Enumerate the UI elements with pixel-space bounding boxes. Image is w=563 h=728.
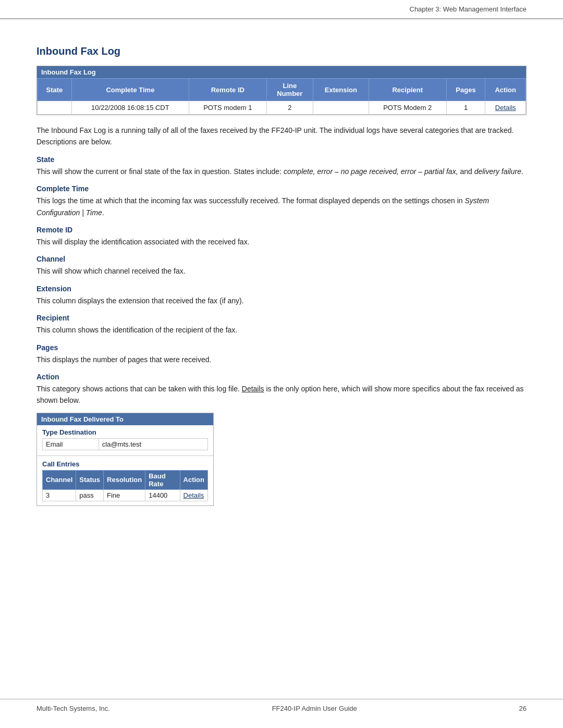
fax-log-header-row: State Complete Time Remote ID LineNumber… — [38, 79, 526, 101]
call-heading: Call Entries — [42, 460, 208, 468]
call-col-channel: Channel — [43, 470, 76, 489]
col-recipient: Recipient — [369, 79, 446, 101]
call-status: pass — [76, 489, 104, 501]
desc-extension: This column displays the extension that … — [36, 295, 527, 306]
cell-action[interactable]: Details — [485, 101, 526, 115]
page-footer: Multi-Tech Systems, Inc. FF240-IP Admin … — [0, 699, 563, 712]
call-col-resolution: Resolution — [104, 470, 145, 489]
heading-complete-time: Complete Time — [36, 184, 527, 193]
call-col-status: Status — [76, 470, 104, 489]
heading-recipient: Recipient — [36, 314, 527, 322]
cell-state — [38, 101, 72, 115]
heading-extension: Extension — [36, 285, 527, 293]
call-table: Channel Status Resolution Baud Rate Acti… — [42, 470, 208, 501]
col-state: State — [38, 79, 72, 101]
desc-pages: This displays the number of pages that w… — [36, 354, 527, 365]
call-resolution: Fine — [104, 489, 145, 501]
call-col-baud-rate: Baud Rate — [145, 470, 180, 489]
action-details-ref: Details — [242, 385, 264, 393]
call-details-link[interactable]: Details — [183, 491, 204, 499]
fax-log-table: State Complete Time Remote ID LineNumber… — [37, 78, 526, 115]
cell-pages: 1 — [446, 101, 485, 115]
cell-recipient: POTS Modem 2 — [369, 101, 446, 115]
desc-action: This category shows actions that can be … — [36, 383, 527, 406]
heading-action: Action — [36, 373, 527, 381]
desc-recipient: This column shows the identification of … — [36, 324, 527, 336]
intro-text: The Inbound Fax Log is a running tally o… — [36, 125, 527, 148]
call-baud-rate: 14400 — [145, 489, 180, 501]
heading-remote-id: Remote ID — [36, 226, 527, 234]
section-title: Inbound Fax Log — [36, 45, 527, 57]
call-channel: 3 — [43, 489, 76, 501]
dest-destination: cla@mts.test — [99, 438, 207, 450]
desc-channel: This will show which channel received th… — [36, 265, 527, 277]
fax-log-title-bar: Inbound Fax Log — [37, 66, 526, 78]
delivered-title-bar: Inbound Fax Delivered To — [37, 413, 213, 425]
chapter-label: Chapter 3: Web Management Interface — [410, 5, 527, 13]
call-action[interactable]: Details — [180, 489, 207, 501]
heading-state: State — [36, 155, 527, 164]
heading-channel: Channel — [36, 255, 527, 263]
delivered-dest-table: Email cla@mts.test — [42, 438, 208, 450]
cell-line-number: 2 — [266, 101, 313, 115]
table-row: 10/22/2008 16:08:15 CDT POTS modem 1 2 P… — [38, 101, 526, 115]
fax-log-container: Inbound Fax Log State Complete Time Remo… — [36, 66, 527, 115]
heading-pages: Pages — [36, 343, 527, 352]
desc-remote-id: This will display the identification ass… — [36, 236, 527, 248]
call-entries-section: Call Entries Channel Status Resolution B… — [37, 458, 213, 505]
desc-complete-time: This logs the time at which that the inc… — [36, 195, 527, 218]
col-remote-id: Remote ID — [189, 79, 266, 101]
call-col-action: Action — [180, 470, 207, 489]
footer-page: 26 — [519, 705, 527, 712]
call-header-row: Channel Status Resolution Baud Rate Acti… — [43, 470, 208, 489]
cell-complete-time: 10/22/2008 16:08:15 CDT — [71, 101, 189, 115]
dest-heading: Type Destination — [42, 428, 208, 436]
cell-extension — [313, 101, 369, 115]
delivered-section: Type Destination Email cla@mts.test — [37, 425, 213, 453]
col-pages: Pages — [446, 79, 485, 101]
cell-remote-id: POTS modem 1 — [189, 101, 266, 115]
delivered-box: Inbound Fax Delivered To Type Destinatio… — [36, 413, 214, 506]
col-complete-time: Complete Time — [71, 79, 189, 101]
table-row: 3 pass Fine 14400 Details — [43, 489, 208, 501]
footer-company: Multi-Tech Systems, Inc. — [36, 705, 110, 712]
footer-product: FF240-IP Admin User Guide — [272, 705, 357, 712]
col-extension: Extension — [313, 79, 369, 101]
list-item: Email cla@mts.test — [43, 438, 208, 450]
page-header: Chapter 3: Web Management Interface — [0, 0, 563, 19]
dest-type: Email — [43, 438, 99, 450]
desc-state: This will show the current or final stat… — [36, 166, 527, 177]
details-link[interactable]: Details — [495, 104, 516, 112]
col-line-number: LineNumber — [266, 79, 313, 101]
col-action: Action — [485, 79, 526, 101]
